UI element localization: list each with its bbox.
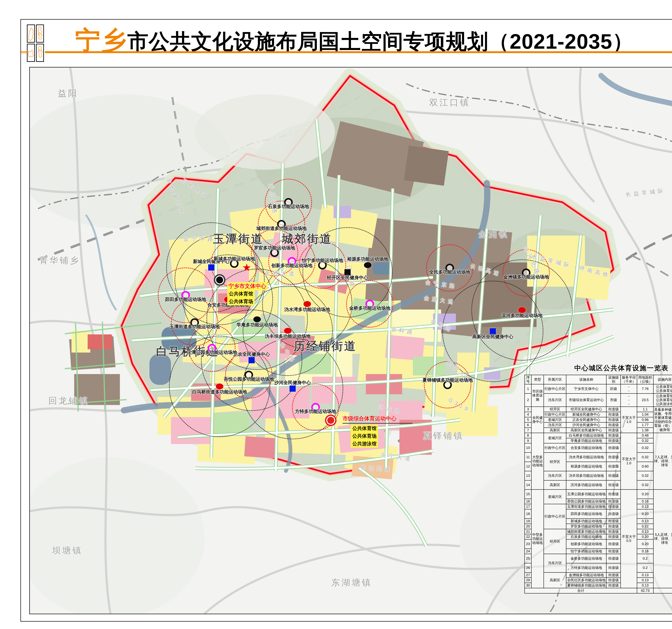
marker-zhengnong-center: 正农全民健身中心 [248, 357, 255, 363]
table-cell: 区级 [606, 384, 621, 393]
table-row: 17行政中心片区玉潭街道多功能运动场地街道级0.13现状保留否 [525, 504, 672, 509]
table-cell: 0.2 [637, 554, 653, 563]
road-label: 金洲大道 [264, 269, 297, 278]
table-cell: 0.13 [637, 518, 653, 524]
table-cell: 行政中心片区 [544, 384, 566, 393]
table-cell: 新城多功能运动场地 [566, 518, 606, 524]
marker-label: 石泉多功能运动场地 [268, 204, 309, 210]
table-cell: 街道级 [606, 509, 621, 518]
marker-xiaduopu-field: 夏铎铺镇多功能运动场地 [443, 380, 452, 389]
table-cell: 不宜大于 1.0 [621, 433, 637, 490]
marker-maotian-field: 茆田多功能运动场地 [181, 291, 190, 300]
table-row: 3全民健身中心经开区经开区全民健身中心街道级不宜大于 1.01.1具备多种健身设… [525, 407, 672, 412]
road-label: 金科路 [390, 325, 416, 336]
table-cell: 街道级 [606, 499, 621, 504]
dcircle-black-icon [214, 274, 225, 286]
town-label-donghutang: 东湖塘镇 [331, 577, 372, 588]
table-cell: 10 [525, 443, 531, 452]
dot-red-icon [216, 383, 223, 389]
callout-underline [342, 423, 412, 423]
table-cell: 7.76 [637, 384, 653, 393]
table-cell: 街道级 [606, 504, 621, 509]
table-cell: 白马桥多功能运动场地 [566, 433, 606, 438]
dot-red-icon [304, 301, 311, 307]
table-cell: 宁乡市文体中心 [566, 384, 606, 393]
table-cell: 0.32 [637, 471, 653, 480]
district-label-yutan-jiedao: 玉潭街道 [213, 231, 264, 247]
callout-line: 公共体育馆 [227, 290, 255, 298]
table-cell: 街道级 [606, 524, 621, 529]
table-cell: 高新区全民健身中心 [566, 427, 606, 433]
marker-weishuiwan-field: 沩水湾多功能运动场地 [304, 301, 311, 307]
table-cell: 27 [525, 573, 531, 578]
table-cell: 街道级 [606, 583, 621, 588]
table-cell: 行政中心片区 [544, 504, 566, 529]
table-cell [653, 588, 672, 593]
facility-table-block: 中心城区公共体育设施一览表 序号类型所属片区设施名称设施级别服务半径 （千米）用… [524, 364, 672, 593]
table-cell: 街道级 [606, 462, 621, 471]
table-row: 1市区级体育设施行政中心片区宁乡市文体中心区级－ －7.76公共体育馆 公共体育… [525, 384, 672, 393]
table-cell: 26 [525, 563, 531, 573]
table-cell: 沩丰坝多功能运动场地 [566, 471, 606, 480]
table-row: 2沩东片区市级综合体育运动中心市级－ － －23.5公共体育馆 公共体育场 公共… [525, 393, 672, 407]
table-cell: 全民健身中心 [531, 407, 544, 433]
marker-label: 玉潭街道多功能运动场地 [169, 324, 220, 330]
table-cell: 裕源多功能运动场地 [566, 462, 606, 471]
callout-line: 公共体育馆 [351, 425, 378, 432]
table-cell: 0.32 [637, 443, 653, 452]
table-header-cell: 所属片区 [544, 375, 566, 384]
table-cell: 怡宁多功能运动场地 [566, 549, 606, 554]
marker-yining-field: 怡宁多功能运动场地 [318, 261, 327, 270]
table-cell: 街道级 [606, 549, 621, 554]
table-cell: 14 [525, 480, 531, 490]
marker-label: 高新区全民健身中心 [472, 333, 513, 340]
table-cell: 16 [525, 499, 531, 504]
table-cell: 0.18 [637, 549, 653, 554]
marker-xincheng-center: 新城全民健身中心 [208, 264, 214, 271]
road-label: 沩东路 [378, 403, 403, 416]
table-cell: 0.13 [637, 529, 653, 534]
road-label: 岳宁大道 [380, 451, 413, 463]
map-area: 石长铁路渝长厦高铁长益常城际（呼南高铁）长益常城际蓝月谷路金宁中路金宁中路金洲大… [29, 67, 672, 614]
table-cell: 学庵多功能运动场地 [566, 438, 606, 443]
table-row: 5老城片区正农全民健身中心街道级0.96规划新增是 [525, 417, 672, 422]
table-cell: 1.77 [637, 422, 653, 427]
table-cell: 0.13 [637, 583, 653, 588]
table-cell: 4 [525, 412, 531, 417]
table-cell: 吾悦公园多功能运动场地 [566, 499, 606, 504]
table-cell: 29 [525, 578, 531, 583]
callout-line: 公共游泳馆 [351, 440, 378, 448]
table-cell: 大型多功能运动场地 [531, 433, 544, 490]
table-cell: 7人足球、篮球、排球、网球等 [653, 433, 672, 490]
table-cell: 沩东片区 [544, 554, 566, 573]
table-cell: 具备多种健身设施、专用于开展体育健身活动的综合体育场（馆）或健身馆 [653, 407, 672, 433]
marker-label: 怡宁多功能运动场地 [302, 257, 343, 263]
marker-shahe-center: 沙河全民健身中心 [289, 386, 296, 392]
table-row: 7高新区高新区全民健身中心街道级1.38规划新增是 [525, 427, 672, 433]
table-cell: 街道级 [606, 471, 621, 480]
table-cell: 0.22 [637, 524, 653, 529]
table-cell: 沩东片区 [544, 393, 566, 407]
table-header-cell: 设施级别 [606, 375, 621, 384]
table-cell: 经开区 [544, 529, 566, 554]
table-cell: － － － [621, 393, 637, 407]
table-cell: 不宜大于 0.5 [621, 490, 637, 588]
marker-label: 玉潭公园多功能运动场地 [187, 349, 237, 355]
table-cell: 24 [525, 549, 531, 554]
dot-black-icon [364, 262, 371, 268]
marker-label: 方特多功能运动场地 [295, 409, 336, 415]
table-row: 25沩东片区金桥多功能运动场地街道级0.2规划新增，结合公共绿地设置否 [525, 554, 672, 563]
marker-label: 滨河多功能运动场地 [501, 312, 543, 319]
dot-red-icon [518, 307, 526, 313]
table-cell: 11 [525, 452, 531, 462]
table-cell: 5 [525, 417, 531, 422]
marker-jingkaiqu-center: 经开区全民健身中心 [344, 269, 351, 275]
marker-quanmin-field: 全民多功能运动场地 [446, 264, 454, 272]
table-cell: 0.13 [637, 504, 653, 509]
table-cell: 方特多功能运动场地 [566, 563, 606, 573]
table-cell: 0.20 [637, 490, 653, 499]
table-row: 8大型多功能运动场地老城片区白马桥多功能运动场地街道级不宜大于 1.00.487… [525, 433, 672, 438]
table-cell: 2 [525, 393, 531, 407]
table-row: 合计42.73 [525, 588, 672, 593]
table-cell: － － [621, 384, 637, 393]
